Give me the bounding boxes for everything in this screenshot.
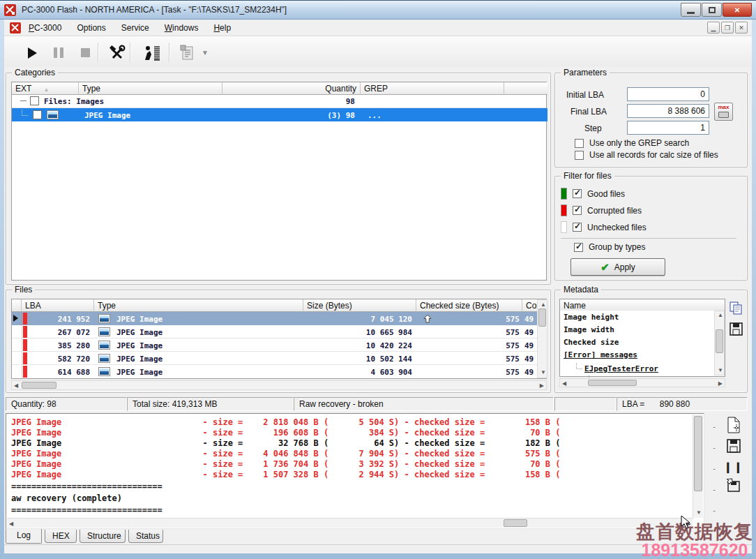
files-vscrollbar[interactable]: ▲ ▼ bbox=[537, 299, 547, 378]
files-vscroll-thumb[interactable] bbox=[538, 308, 546, 327]
mdi-minimize-button[interactable]: ▁ bbox=[707, 22, 720, 33]
exit-icon bbox=[142, 45, 162, 61]
metadata-hscroll-thumb[interactable] bbox=[588, 380, 637, 386]
col-ext[interactable]: EXT ▲ bbox=[12, 82, 79, 95]
tab-log[interactable]: Log bbox=[6, 529, 42, 544]
tab-hex[interactable]: HEX bbox=[45, 530, 77, 543]
close-button[interactable]: ✕ bbox=[723, 3, 752, 17]
log-panel[interactable]: JPEG Image - size = 2 818 048 B ( 5 504 … bbox=[6, 413, 704, 529]
scroll-right-icon[interactable]: ▶ bbox=[718, 380, 723, 387]
all-records-row[interactable]: Use all records for calc size of files bbox=[575, 150, 718, 160]
initial-lba-input[interactable] bbox=[627, 87, 709, 101]
tools-button[interactable] bbox=[106, 42, 128, 64]
minimize-button[interactable] bbox=[681, 3, 701, 17]
metadata-hscrollbar[interactable]: ◀ ▶ bbox=[559, 378, 725, 387]
col-quantity[interactable]: Quantity bbox=[222, 82, 361, 95]
metadata-item[interactable]: Image height bbox=[564, 313, 706, 325]
unchecked-files-row[interactable]: Unchecked files bbox=[561, 221, 647, 233]
scroll-down-icon[interactable]: ▼ bbox=[718, 367, 723, 374]
grep-only-row[interactable]: Use only the GREP search bbox=[575, 138, 689, 148]
menu-windows[interactable]: Windows bbox=[157, 21, 206, 35]
menu-help[interactable]: Help bbox=[206, 21, 239, 35]
apply-button[interactable]: ✔ Apply bbox=[570, 258, 665, 276]
metadata-name-column[interactable]: Name bbox=[559, 299, 725, 311]
mdi-restore-button[interactable]: ❐ bbox=[721, 22, 734, 33]
group-by-types-checkbox[interactable] bbox=[574, 243, 583, 252]
save-log-button[interactable] bbox=[724, 437, 743, 455]
row-pointer-icon bbox=[13, 315, 18, 322]
tab-structure[interactable]: Structure bbox=[80, 530, 126, 543]
log-line: ============================== bbox=[11, 505, 690, 516]
file-row[interactable]: 267 072 JPEG Image 10 665 984 575 49 bbox=[12, 325, 538, 338]
category-row-jpeg[interactable]: JPEG Image (3) 98 ... bbox=[12, 108, 547, 121]
copy-metadata-button[interactable] bbox=[726, 299, 746, 317]
save-as-button[interactable] bbox=[724, 476, 743, 494]
metadata-item[interactable]: Image width bbox=[564, 325, 706, 338]
start-button[interactable] bbox=[21, 42, 43, 64]
file-row[interactable]: 241 952 JPEG Image 7 045 120 575 49 bbox=[12, 312, 538, 325]
unchecked-files-checkbox[interactable] bbox=[573, 223, 582, 232]
file-row[interactable]: 614 688 JPEG Image 4 603 904 575 49 bbox=[12, 365, 538, 378]
corrupted-files-row[interactable]: Corrupted files bbox=[561, 204, 642, 216]
report-dropdown: ▼ bbox=[198, 42, 212, 64]
maximize-button[interactable] bbox=[702, 3, 722, 17]
log-hscrollbar[interactable]: ◀ ▶ bbox=[7, 518, 693, 528]
scroll-right-icon[interactable]: ▶ bbox=[540, 382, 544, 389]
col-cor[interactable]: Cor bbox=[522, 299, 538, 312]
good-files-checkbox[interactable] bbox=[573, 189, 582, 198]
corrupted-files-checkbox[interactable] bbox=[573, 206, 582, 215]
category-group-checkbox[interactable] bbox=[30, 96, 39, 105]
category-jpeg-grep[interactable]: ... bbox=[368, 111, 381, 120]
category-group-row[interactable]: Files: Images 98 bbox=[12, 95, 547, 107]
pause-log-button[interactable]: ❙❙ bbox=[724, 458, 743, 476]
scroll-left-icon[interactable]: ◀ bbox=[562, 380, 566, 387]
file-row[interactable]: 582 720 JPEG Image 10 502 144 575 49 bbox=[12, 352, 538, 365]
scroll-up-icon[interactable]: ▲ bbox=[540, 301, 546, 308]
menu-pc3000[interactable]: PC-3000 bbox=[21, 21, 69, 35]
col-checked-size[interactable]: Checked size (Bytes) bbox=[416, 299, 522, 312]
save-metadata-button[interactable] bbox=[726, 320, 746, 338]
good-files-row[interactable]: Good files bbox=[561, 188, 625, 200]
group-by-types-row[interactable]: Group by types bbox=[574, 242, 645, 252]
scroll-down-icon[interactable]: ▼ bbox=[696, 509, 702, 516]
collapse-icon[interactable] bbox=[20, 100, 27, 101]
new-report-button[interactable] bbox=[724, 416, 743, 434]
files-hscrollbar[interactable]: ◀ ▶ bbox=[11, 380, 547, 390]
tab-status[interactable]: Status bbox=[128, 530, 163, 543]
col-type[interactable]: Type bbox=[79, 82, 222, 95]
menu-options[interactable]: Options bbox=[69, 21, 113, 35]
file-cor: 49 bbox=[524, 355, 534, 364]
col-lba[interactable]: LBA bbox=[22, 299, 94, 312]
chevron-down-icon: ▼ bbox=[202, 49, 209, 57]
col-grep[interactable]: GREP bbox=[361, 82, 504, 95]
step-input[interactable] bbox=[627, 121, 709, 135]
mdi-close-button[interactable]: ✕ bbox=[735, 22, 748, 33]
metadata-item[interactable]: [Error] messages bbox=[564, 350, 706, 363]
exit-button[interactable] bbox=[138, 42, 166, 64]
log-hscroll-thumb[interactable] bbox=[504, 519, 527, 527]
metadata-item[interactable]: Checked size bbox=[564, 338, 706, 350]
category-jpeg-checkbox[interactable] bbox=[33, 110, 42, 119]
log-vscrollbar[interactable]: ▼ bbox=[693, 415, 703, 518]
scroll-left-icon[interactable]: ◀ bbox=[14, 382, 18, 389]
all-records-checkbox[interactable] bbox=[575, 151, 584, 160]
metadata-vscrollbar[interactable]: ▲ ▼ bbox=[714, 311, 725, 375]
menu-service[interactable]: Service bbox=[114, 21, 157, 35]
scroll-up-icon[interactable]: ▲ bbox=[718, 312, 723, 319]
file-size: 10 502 144 bbox=[305, 355, 412, 364]
scroll-left-icon[interactable]: ◀ bbox=[9, 521, 13, 528]
scroll-down-icon[interactable]: ▼ bbox=[540, 369, 546, 376]
max-lba-button[interactable]: max bbox=[714, 103, 733, 121]
col-size[interactable]: Size (Bytes) bbox=[303, 299, 416, 312]
col-file-type[interactable]: Type bbox=[94, 299, 303, 312]
grep-only-checkbox[interactable] bbox=[575, 139, 584, 148]
check-icon: ✔ bbox=[600, 261, 610, 274]
file-row[interactable]: 385 280 JPEG Image 10 420 224 575 49 bbox=[12, 338, 538, 352]
log-vscroll-thumb[interactable] bbox=[694, 416, 702, 491]
files-hscroll-thumb[interactable] bbox=[22, 382, 56, 389]
metadata-item[interactable]: EJpegTesterError bbox=[564, 363, 706, 375]
disk-icon bbox=[718, 112, 729, 118]
final-lba-input[interactable] bbox=[627, 104, 709, 118]
pause-icon: ❙❙ bbox=[723, 461, 743, 473]
metadata-vscroll-thumb[interactable] bbox=[716, 329, 723, 353]
